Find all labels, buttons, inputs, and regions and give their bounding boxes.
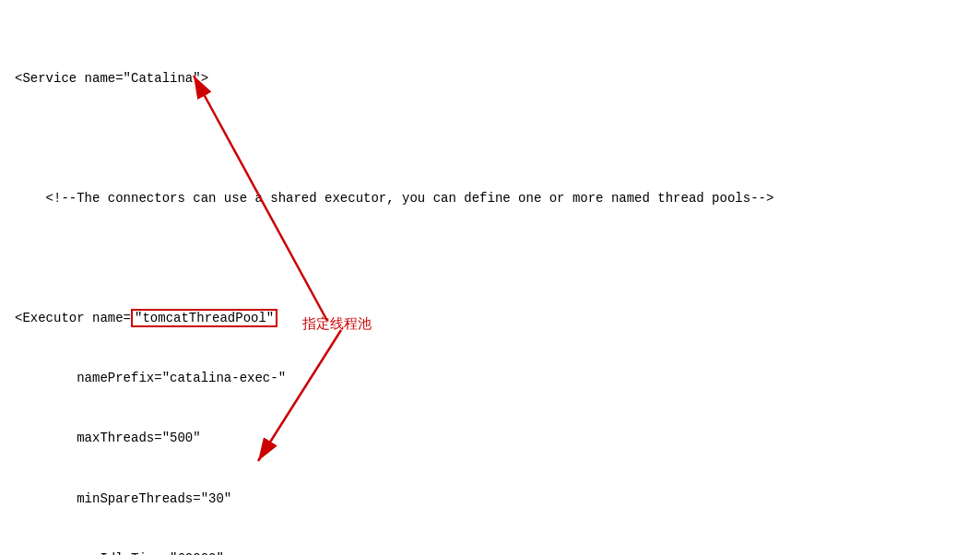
annotation-label: 指定线程池 xyxy=(302,315,372,333)
code-line-5: <Executor name="tomcatThreadPool" xyxy=(15,309,965,329)
code-line-3: <!--The connectors can use a shared exec… xyxy=(15,189,965,209)
code-line-2 xyxy=(15,129,965,149)
code-line-4 xyxy=(15,249,965,269)
code-line-7: maxThreads="500" xyxy=(15,429,965,449)
code-line-9: maxIdleTime="60000" xyxy=(15,549,965,555)
highlight-tomcat-threadpool-1: "tomcatThreadPool" xyxy=(131,309,277,327)
code-line-1: <Service name="Catalina"> xyxy=(15,69,965,89)
code-display: <Service name="Catalina"> <!--The connec… xyxy=(15,9,965,555)
code-line-8: minSpareThreads="30" xyxy=(15,490,965,510)
code-line-6: namePrefix="catalina-exec-" xyxy=(15,369,965,389)
